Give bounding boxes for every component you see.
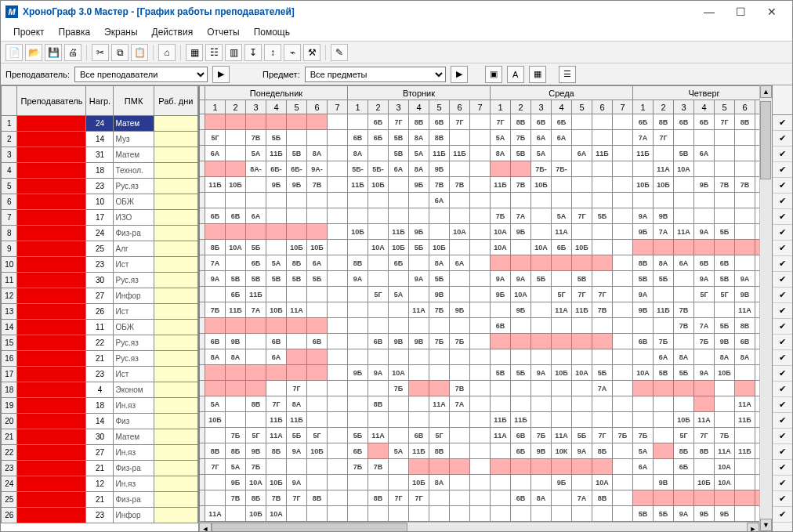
schedule-cell[interactable] bbox=[348, 396, 368, 412]
schedule-cell[interactable] bbox=[307, 318, 328, 334]
row-check-icon[interactable]: ✔ bbox=[773, 115, 792, 131]
schedule-cell[interactable] bbox=[511, 349, 531, 365]
schedule-cell[interactable]: 7Б bbox=[491, 208, 511, 224]
schedule-cell[interactable]: 6Б bbox=[368, 130, 389, 146]
schedule-cell[interactable]: 8А- bbox=[246, 161, 266, 177]
schedule-cell[interactable]: 10Б bbox=[246, 506, 266, 522]
schedule-cell[interactable]: 6В bbox=[674, 114, 694, 130]
schedule-cell[interactable] bbox=[715, 161, 735, 177]
schedule-cell[interactable] bbox=[287, 365, 307, 381]
schedule-cell[interactable] bbox=[470, 396, 491, 412]
schedule-cell[interactable] bbox=[531, 224, 552, 240]
schedule-cell[interactable] bbox=[470, 506, 491, 522]
schedule-cell[interactable] bbox=[287, 193, 307, 208]
schedule-cell[interactable] bbox=[389, 193, 409, 208]
cut-icon[interactable]: ✂ bbox=[92, 44, 109, 61]
schedule-cell[interactable] bbox=[613, 490, 633, 506]
schedule-cell[interactable]: 11А bbox=[491, 428, 511, 443]
schedule-cell[interactable]: 9А bbox=[409, 271, 429, 287]
schedule-cell[interactable] bbox=[389, 459, 409, 475]
schedule-cell[interactable] bbox=[307, 208, 328, 224]
schedule-cell[interactable] bbox=[633, 412, 654, 428]
chart-icon[interactable]: ⌁ bbox=[284, 44, 301, 61]
schedule-cell[interactable] bbox=[205, 428, 226, 443]
schedule-cell[interactable] bbox=[368, 349, 389, 365]
schedule-cell[interactable] bbox=[368, 224, 389, 240]
table-row[interactable]: 824Физ-ра bbox=[2, 226, 198, 241]
schedule-cell[interactable]: 11Б bbox=[266, 146, 287, 161]
schedule-cell[interactable] bbox=[307, 302, 328, 318]
save-icon[interactable]: 💾 bbox=[45, 44, 62, 61]
row-check-icon[interactable]: ✔ bbox=[773, 397, 792, 413]
schedule-cell[interactable]: 9Б bbox=[511, 224, 531, 240]
schedule-cell[interactable] bbox=[307, 224, 328, 240]
table-row[interactable]: 1023Ист bbox=[2, 257, 198, 273]
schedule-cell[interactable] bbox=[450, 506, 470, 522]
schedule-cell[interactable]: 5В bbox=[674, 146, 694, 161]
schedule-cell[interactable] bbox=[491, 490, 511, 506]
schedule-cell[interactable] bbox=[470, 334, 491, 349]
schedule-cell[interactable] bbox=[592, 114, 613, 130]
schedule-cell[interactable] bbox=[328, 287, 348, 302]
schedule-cell[interactable]: 8А bbox=[531, 490, 552, 506]
schedule-cell[interactable]: 10А bbox=[491, 224, 511, 240]
schedule-cell[interactable] bbox=[613, 130, 633, 146]
schedule-cell[interactable] bbox=[654, 193, 674, 208]
schedule-cell[interactable] bbox=[735, 193, 755, 208]
schedule-cell[interactable]: 8В bbox=[633, 255, 654, 271]
schedule-cell[interactable] bbox=[552, 490, 572, 506]
schedule-cell[interactable]: 5Б bbox=[674, 365, 694, 381]
schedule-cell[interactable] bbox=[572, 349, 592, 365]
schedule-cell[interactable]: 5В bbox=[389, 130, 409, 146]
row-check-icon[interactable]: ✔ bbox=[773, 382, 792, 397]
schedule-cell[interactable]: 11А bbox=[552, 428, 572, 443]
schedule-cell[interactable] bbox=[552, 334, 572, 349]
schedule-cell[interactable] bbox=[511, 459, 531, 475]
schedule-cell[interactable]: 7Б bbox=[715, 428, 735, 443]
table-row[interactable]: 331Матем bbox=[2, 147, 198, 163]
schedule-cell[interactable]: 10А bbox=[572, 365, 592, 381]
schedule-cell[interactable] bbox=[613, 287, 633, 302]
schedule-cell[interactable] bbox=[368, 443, 389, 459]
schedule-cell[interactable] bbox=[511, 240, 531, 255]
schedule-cell[interactable]: 5В bbox=[715, 271, 735, 287]
schedule-cell[interactable]: 10Б bbox=[205, 412, 226, 428]
schedule-cell[interactable] bbox=[511, 318, 531, 334]
schedule-cell[interactable]: 9А bbox=[572, 443, 592, 459]
schedule-cell[interactable]: 7В bbox=[450, 381, 470, 396]
schedule-cell[interactable]: 9А bbox=[694, 271, 715, 287]
schedule-cell[interactable]: 7В bbox=[307, 177, 328, 193]
schedule-cell[interactable] bbox=[735, 146, 755, 161]
schedule-cell[interactable] bbox=[552, 146, 572, 161]
schedule-cell[interactable] bbox=[470, 130, 491, 146]
schedule-cell[interactable]: 6А bbox=[389, 161, 409, 177]
schedule-cell[interactable]: 7В bbox=[735, 177, 755, 193]
schedule-cell[interactable]: 11А bbox=[368, 428, 389, 443]
schedule-cell[interactable] bbox=[491, 506, 511, 522]
table-row[interactable]: 214Муз bbox=[2, 132, 198, 147]
schedule-cell[interactable] bbox=[552, 412, 572, 428]
schedule-cell[interactable]: 9В bbox=[389, 334, 409, 349]
schedule-cell[interactable]: 7А bbox=[592, 381, 613, 396]
schedule-cell[interactable]: 10Б bbox=[694, 475, 715, 490]
schedule-cell[interactable] bbox=[328, 349, 348, 365]
schedule-cell[interactable]: 10Б bbox=[429, 240, 450, 255]
schedule-cell[interactable] bbox=[226, 114, 246, 130]
schedule-cell[interactable] bbox=[389, 302, 409, 318]
schedule-cell[interactable] bbox=[368, 271, 389, 287]
schedule-cell[interactable]: 11А bbox=[674, 224, 694, 240]
schedule-cell[interactable] bbox=[592, 224, 613, 240]
schedule-cell[interactable] bbox=[491, 443, 511, 459]
schedule-cell[interactable] bbox=[531, 208, 552, 224]
schedule-cell[interactable] bbox=[287, 224, 307, 240]
schedule-cell[interactable] bbox=[246, 318, 266, 334]
schedule-cell[interactable] bbox=[715, 490, 735, 506]
schedule-cell[interactable]: 6Б bbox=[552, 114, 572, 130]
schedule-cell[interactable]: 5Б bbox=[572, 428, 592, 443]
schedule-cell[interactable] bbox=[429, 365, 450, 381]
schedule-cell[interactable]: 7Б bbox=[511, 130, 531, 146]
schedule-cell[interactable]: 9В bbox=[735, 287, 755, 302]
schedule-cell[interactable]: 7В bbox=[674, 318, 694, 334]
schedule-cell[interactable]: 11А bbox=[287, 302, 307, 318]
schedule-cell[interactable] bbox=[531, 334, 552, 349]
